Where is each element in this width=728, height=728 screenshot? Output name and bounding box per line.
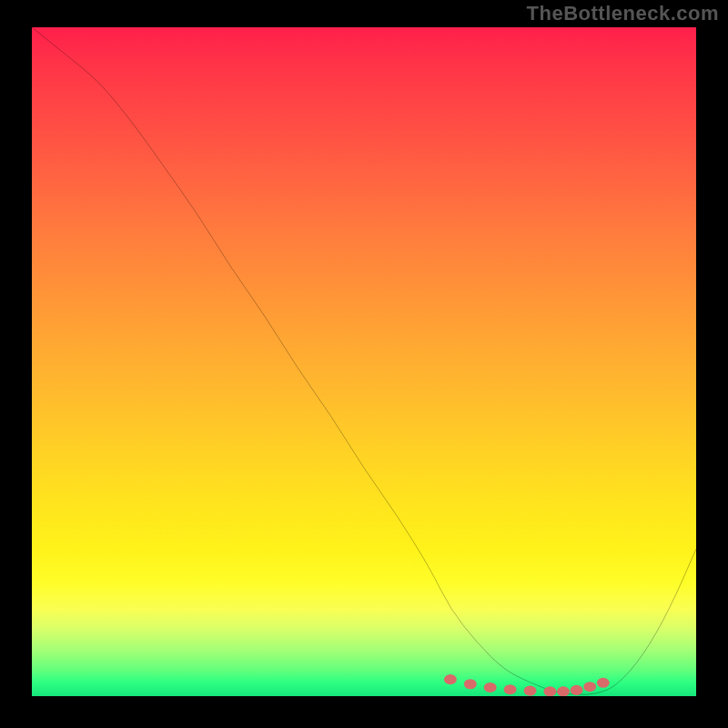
curve-marker [597, 678, 610, 688]
curve-marker [444, 674, 457, 684]
bottleneck-curve [32, 27, 696, 696]
curve-marker [583, 682, 596, 692]
plot-area [32, 27, 696, 696]
curve-marker [484, 682, 497, 693]
watermark-label: TheBottleneck.com [527, 2, 719, 25]
curve-marker [524, 686, 537, 696]
chart-frame: TheBottleneck.com [0, 0, 728, 728]
curve-marker [557, 686, 570, 696]
curve-marker [504, 684, 517, 694]
curve-line [32, 27, 696, 694]
curve-marker [571, 685, 583, 695]
curve-markers [444, 674, 610, 696]
curve-marker [464, 679, 477, 689]
curve-marker [543, 686, 556, 696]
